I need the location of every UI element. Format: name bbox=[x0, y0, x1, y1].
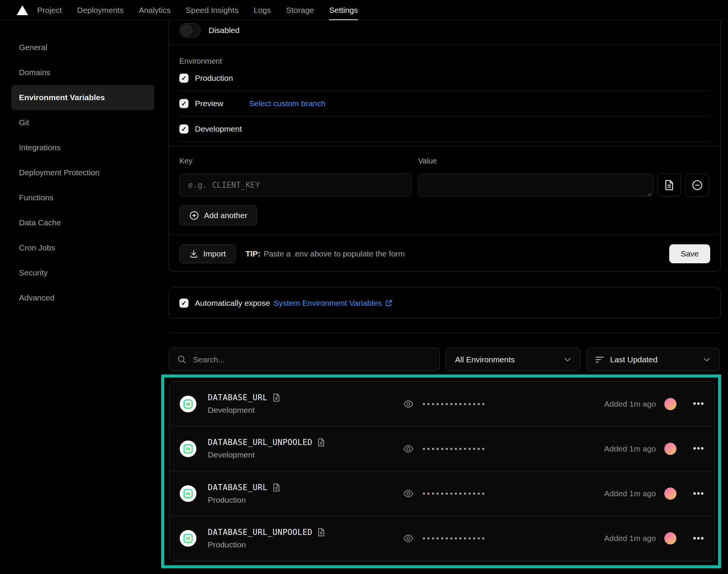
select-custom-branch-link[interactable]: Select custom branch bbox=[249, 99, 326, 108]
search-icon bbox=[177, 354, 187, 365]
chevron-down-icon bbox=[564, 357, 571, 362]
env-variable-environment: Development bbox=[208, 450, 325, 459]
neon-integration-icon bbox=[180, 485, 196, 502]
env-variable-row[interactable]: DATABASE_URL Development bbox=[169, 382, 715, 426]
divider bbox=[169, 333, 721, 333]
sidebar-item[interactable]: Cron Jobs bbox=[11, 235, 154, 260]
eye-icon[interactable] bbox=[403, 399, 414, 409]
environment-filter-value: All Environments bbox=[455, 355, 515, 364]
search-box bbox=[169, 348, 440, 371]
nav-tab[interactable]: Deployments bbox=[77, 0, 124, 20]
sidebar-item[interactable]: Git bbox=[11, 110, 154, 135]
avatar[interactable] bbox=[664, 532, 676, 544]
toggle-knob bbox=[181, 25, 192, 36]
note-icon[interactable] bbox=[273, 483, 280, 492]
eye-icon[interactable] bbox=[403, 533, 414, 543]
remove-row-button[interactable] bbox=[686, 173, 709, 197]
added-timestamp: Added 1m ago bbox=[604, 399, 656, 409]
sidebar-item[interactable]: Deployment Protection bbox=[11, 160, 154, 185]
sidebar-item[interactable]: Security bbox=[11, 260, 154, 285]
environment-section: Environment Production Preview Select cu… bbox=[169, 57, 720, 146]
eye-icon[interactable] bbox=[403, 489, 414, 499]
hidden-value-group: •••••••••••••• bbox=[403, 444, 486, 454]
value-input[interactable] bbox=[418, 173, 653, 197]
nav-tab[interactable]: Storage bbox=[286, 0, 314, 20]
sidebar-item[interactable]: Domains bbox=[11, 60, 154, 85]
hidden-value-dots: •••••••••••••• bbox=[422, 534, 486, 543]
plus-circle-icon bbox=[189, 211, 199, 220]
added-timestamp: Added 1m ago bbox=[604, 489, 656, 498]
add-another-button[interactable]: Add another bbox=[179, 205, 257, 225]
row-meta: Added 1m ago ••• bbox=[604, 488, 704, 500]
row-more-menu-button[interactable]: ••• bbox=[693, 534, 704, 543]
nav-tab[interactable]: Analytics bbox=[139, 0, 171, 20]
vercel-logo[interactable] bbox=[17, 0, 28, 20]
sidebar-item[interactable]: Functions bbox=[11, 185, 154, 210]
env-variable-row[interactable]: DATABASE_URL_UNPOOLED Development bbox=[169, 426, 715, 471]
env-variable-row[interactable]: DATABASE_URL Production bbox=[169, 472, 715, 516]
sidebar-item[interactable]: Integrations bbox=[11, 135, 154, 160]
key-input[interactable] bbox=[179, 173, 411, 197]
env-variable-environment: Production bbox=[208, 540, 325, 549]
key-label: Key bbox=[179, 157, 192, 165]
filters-row: All Environments Last Updated bbox=[169, 348, 721, 371]
row-more-menu-button[interactable]: ••• bbox=[693, 489, 704, 498]
env-variable-name: DATABASE_URL bbox=[208, 393, 268, 402]
environment-option-row: Production bbox=[179, 66, 710, 91]
nav-tabs: ProjectDeploymentsAnalyticsSpeed Insight… bbox=[37, 0, 358, 20]
environment-option-label: Preview bbox=[195, 99, 223, 108]
sidebar-item[interactable]: General bbox=[11, 35, 154, 60]
checkbox-checked-icon[interactable] bbox=[179, 74, 188, 83]
save-button[interactable]: Save bbox=[669, 244, 710, 263]
import-button[interactable]: Import bbox=[179, 244, 236, 263]
checkbox-checked-icon[interactable] bbox=[179, 124, 188, 134]
nav-tab[interactable]: Settings bbox=[329, 0, 358, 20]
value-label: Value bbox=[418, 157, 437, 165]
system-env-variables-link[interactable]: System Environment Variables bbox=[273, 299, 393, 308]
nav-tab[interactable]: Logs bbox=[254, 0, 271, 20]
auto-expose-card: Automatically expose System Environment … bbox=[169, 288, 721, 319]
sidebar-item[interactable]: Data Cache bbox=[11, 210, 154, 235]
env-variable-row[interactable]: DATABASE_URL_UNPOOLED Production bbox=[169, 516, 715, 561]
note-icon[interactable] bbox=[317, 528, 325, 536]
tip-text: TIP:Paste a .env above to populate the f… bbox=[246, 249, 405, 258]
nav-tab[interactable]: Project bbox=[37, 0, 62, 20]
avatar[interactable] bbox=[664, 398, 676, 410]
auto-expose-label: Automatically expose bbox=[195, 299, 270, 308]
checkbox-checked-icon[interactable] bbox=[179, 299, 188, 308]
vercel-triangle-icon bbox=[17, 5, 28, 15]
external-link-icon bbox=[384, 299, 393, 307]
sidebar-item[interactable]: Environment Variables bbox=[11, 85, 154, 110]
add-another-label: Add another bbox=[204, 211, 247, 220]
paste-env-file-button[interactable] bbox=[657, 173, 681, 197]
sort-filter-value: Last Updated bbox=[610, 355, 657, 364]
env-variable-name: DATABASE_URL bbox=[208, 483, 268, 492]
nav-tab[interactable]: Speed Insights bbox=[186, 0, 238, 20]
form-footer: Import TIP:Paste a .env above to populat… bbox=[169, 234, 720, 272]
env-variables-list: DATABASE_URL Development bbox=[169, 381, 715, 561]
note-icon[interactable] bbox=[273, 393, 280, 402]
avatar[interactable] bbox=[664, 488, 676, 500]
env-variable-texts: DATABASE_URL Development bbox=[208, 393, 280, 415]
search-input[interactable] bbox=[193, 355, 420, 364]
sort-filter-dropdown[interactable]: Last Updated bbox=[586, 348, 720, 371]
note-icon[interactable] bbox=[317, 438, 325, 447]
environment-section-label: Environment bbox=[179, 57, 710, 66]
env-variable-name: DATABASE_URL_UNPOOLED bbox=[208, 528, 312, 537]
toggle-switch[interactable] bbox=[179, 23, 201, 38]
environment-filter-dropdown[interactable]: All Environments bbox=[446, 348, 581, 371]
eye-icon[interactable] bbox=[403, 444, 414, 454]
avatar[interactable] bbox=[664, 443, 676, 455]
minus-circle-icon bbox=[692, 179, 703, 191]
checkbox-checked-icon[interactable] bbox=[179, 99, 188, 108]
resize-handle-icon[interactable] bbox=[646, 191, 651, 196]
sort-lines-icon bbox=[596, 356, 604, 363]
highlight-annotation-box: DATABASE_URL Development bbox=[161, 374, 721, 568]
sidebar-item[interactable]: Advanced bbox=[11, 285, 154, 310]
row-more-menu-button[interactable]: ••• bbox=[693, 399, 704, 408]
tip-bold: TIP: bbox=[246, 249, 261, 258]
key-value-section: Key Value bbox=[169, 157, 720, 225]
divider bbox=[169, 45, 720, 45]
chevron-down-icon bbox=[703, 357, 710, 362]
row-more-menu-button[interactable]: ••• bbox=[693, 444, 704, 453]
